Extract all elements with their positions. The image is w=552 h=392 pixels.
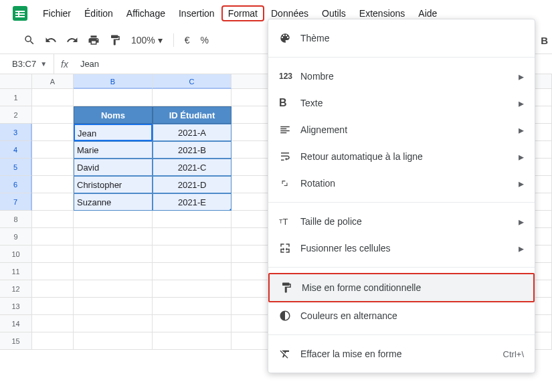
menu-label: Alignement bbox=[300, 124, 519, 135]
row-header[interactable]: 14 bbox=[0, 315, 32, 332]
cell-c5[interactable]: 2021-C bbox=[153, 159, 232, 176]
undo-icon[interactable] bbox=[41, 31, 60, 50]
menu-insertion[interactable]: Insertion bbox=[172, 5, 221, 21]
select-all-corner[interactable] bbox=[0, 74, 32, 89]
row-header[interactable]: 13 bbox=[0, 298, 32, 315]
cell[interactable] bbox=[153, 246, 232, 263]
cell[interactable] bbox=[74, 280, 153, 298]
row-header[interactable]: 15 bbox=[0, 332, 32, 350]
cell[interactable] bbox=[153, 315, 232, 332]
print-icon[interactable] bbox=[84, 31, 103, 50]
cell[interactable] bbox=[74, 211, 153, 228]
formula-input[interactable]: Jean bbox=[75, 59, 99, 69]
menu-alternating-colors[interactable]: Couleurs en alternance bbox=[268, 302, 535, 329]
row-header[interactable]: 7 bbox=[0, 193, 32, 211]
cell[interactable] bbox=[32, 106, 74, 124]
col-header-b[interactable]: B bbox=[74, 74, 153, 89]
row-header[interactable]: 1 bbox=[0, 89, 32, 106]
zoom-value: 100% bbox=[131, 35, 155, 45]
cell-b3[interactable]: Jean bbox=[74, 124, 153, 141]
cell[interactable] bbox=[74, 263, 153, 280]
menu-affichage[interactable]: Affichage bbox=[120, 5, 172, 21]
cell-c3[interactable]: 2021-A bbox=[153, 124, 232, 141]
cell-b4[interactable]: Marie bbox=[74, 141, 153, 159]
cell[interactable] bbox=[32, 141, 74, 159]
name-box-value: B3:C7 bbox=[12, 59, 36, 69]
menu-label: Retour automatique à la ligne bbox=[300, 151, 519, 162]
menu-conditional-formatting[interactable]: Mise en forme conditionnelle bbox=[268, 273, 535, 302]
menu-alignment[interactable]: Alignement ▸ bbox=[268, 116, 535, 143]
menu-text[interactable]: B Texte ▸ bbox=[268, 90, 535, 116]
row-header[interactable]: 8 bbox=[0, 211, 32, 228]
cell-c7[interactable]: 2021-E bbox=[153, 193, 232, 211]
row-header[interactable]: 4 bbox=[0, 141, 32, 159]
cell[interactable] bbox=[32, 332, 74, 350]
row-header[interactable]: 5 bbox=[0, 159, 32, 176]
cell[interactable] bbox=[32, 176, 74, 193]
menu-label: Fusionner les cellules bbox=[300, 243, 519, 254]
menu-fontsize[interactable]: TT Taille de police ▸ bbox=[268, 208, 535, 235]
cell[interactable] bbox=[153, 332, 232, 350]
menu-theme[interactable]: Thème bbox=[268, 25, 535, 52]
row-header[interactable]: 10 bbox=[0, 246, 32, 263]
cell[interactable] bbox=[32, 280, 74, 298]
row-header[interactable]: 2 bbox=[0, 106, 32, 124]
cell[interactable] bbox=[74, 298, 153, 315]
cell-b6[interactable]: Christopher bbox=[74, 176, 153, 193]
cell[interactable] bbox=[74, 228, 153, 246]
cell[interactable] bbox=[32, 89, 74, 106]
cell-b5[interactable]: David bbox=[74, 159, 153, 176]
cell-c4[interactable]: 2021-B bbox=[153, 141, 232, 159]
redo-icon[interactable] bbox=[63, 31, 82, 50]
menu-format[interactable]: Format bbox=[221, 5, 264, 21]
cell[interactable] bbox=[32, 298, 74, 315]
menu-merge[interactable]: Fusionner les cellules ▸ bbox=[268, 235, 535, 262]
cell[interactable] bbox=[32, 193, 74, 211]
cell[interactable] bbox=[74, 332, 153, 350]
menu-clear-formatting[interactable]: Effacer la mise en forme Ctrl+\ bbox=[268, 340, 535, 367]
cell[interactable] bbox=[32, 124, 74, 141]
cell-b7[interactable]: Suzanne bbox=[74, 193, 153, 211]
name-box[interactable]: B3:C7 ▼ bbox=[0, 59, 54, 69]
cell-c6[interactable]: 2021-D bbox=[153, 176, 232, 193]
row-header[interactable]: 3 bbox=[0, 124, 32, 141]
menu-wrap[interactable]: Retour automatique à la ligne ▸ bbox=[268, 143, 535, 170]
col-header-a[interactable]: A bbox=[32, 74, 74, 89]
menu-separator bbox=[268, 57, 535, 58]
cell[interactable] bbox=[153, 280, 232, 298]
currency-format-button[interactable]: € bbox=[181, 35, 194, 45]
cell[interactable] bbox=[32, 246, 74, 263]
menu-rotation[interactable]: Rotation ▸ bbox=[268, 170, 535, 197]
cell[interactable] bbox=[32, 228, 74, 246]
cell[interactable] bbox=[74, 315, 153, 332]
row-header[interactable]: 9 bbox=[0, 228, 32, 246]
cell[interactable] bbox=[153, 298, 232, 315]
cell-header-id[interactable]: ID Étudiant bbox=[153, 106, 232, 124]
search-icon[interactable] bbox=[20, 31, 39, 50]
cell[interactable] bbox=[74, 246, 153, 263]
format-menu-dropdown: Thème 123 Nombre ▸ B Texte ▸ Alignement … bbox=[268, 19, 535, 373]
cell[interactable] bbox=[74, 89, 153, 106]
cell-header-noms[interactable]: Noms bbox=[74, 106, 153, 124]
cell[interactable] bbox=[32, 159, 74, 176]
cell[interactable] bbox=[153, 228, 232, 246]
rotation-icon bbox=[279, 177, 300, 189]
menu-edition[interactable]: Édition bbox=[78, 5, 120, 21]
zoom-dropdown[interactable]: 100%▾ bbox=[127, 35, 167, 45]
row-header[interactable]: 12 bbox=[0, 280, 32, 298]
bold-button[interactable]: B bbox=[537, 35, 552, 46]
cell[interactable] bbox=[153, 263, 232, 280]
paint-format-icon[interactable] bbox=[106, 31, 124, 50]
menu-fichier[interactable]: Fichier bbox=[36, 5, 78, 21]
row-header[interactable]: 11 bbox=[0, 263, 32, 280]
cell[interactable] bbox=[153, 89, 232, 106]
cell[interactable] bbox=[153, 211, 232, 228]
cell[interactable] bbox=[32, 211, 74, 228]
cell[interactable] bbox=[32, 315, 74, 332]
menu-number[interactable]: 123 Nombre ▸ bbox=[268, 63, 535, 90]
svg-rect-1 bbox=[15, 11, 25, 12]
percent-format-button[interactable]: % bbox=[197, 35, 213, 45]
cell[interactable] bbox=[32, 263, 74, 280]
row-header[interactable]: 6 bbox=[0, 176, 32, 193]
col-header-c[interactable]: C bbox=[153, 74, 232, 89]
